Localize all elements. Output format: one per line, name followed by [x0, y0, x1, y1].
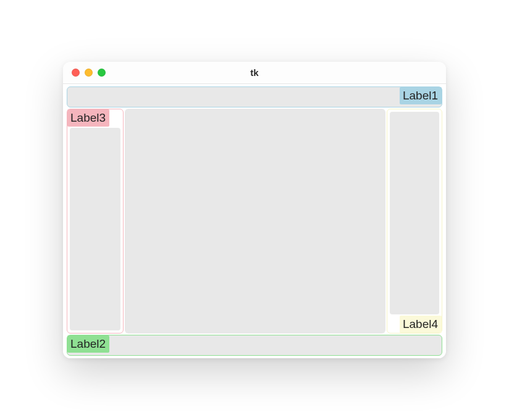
content-area: Label1 Label3 Label4 Label2 [63, 84, 446, 358]
frame-right: Label4 [387, 109, 442, 334]
frame-left-inner [70, 128, 120, 330]
frame-right-inner [390, 112, 439, 314]
label-4: Label4 [400, 316, 442, 333]
window-title: tk [63, 67, 446, 78]
titlebar: tk [63, 62, 446, 84]
traffic-lights [72, 69, 106, 77]
window: tk Label1 Label3 Label4 Label2 [63, 62, 446, 358]
frame-left: Label3 [67, 109, 124, 334]
label-3: Label3 [67, 109, 109, 127]
minimize-icon[interactable] [85, 69, 93, 77]
close-icon[interactable] [72, 69, 80, 77]
zoom-icon[interactable] [98, 69, 106, 77]
frame-center [125, 109, 385, 334]
frame-bottom: Label2 [67, 335, 442, 356]
label-1: Label1 [400, 87, 442, 104]
frame-top: Label1 [67, 86, 442, 107]
label-2: Label2 [67, 335, 109, 353]
